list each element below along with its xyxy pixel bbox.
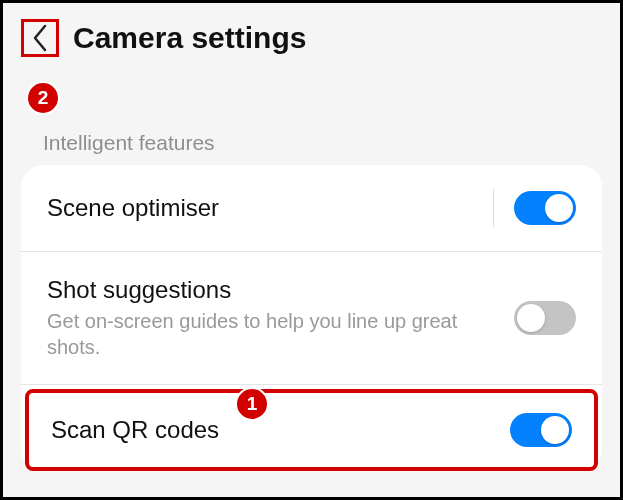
toggle-wrap (493, 189, 576, 227)
setting-title: Scan QR codes (51, 416, 490, 444)
setting-scan-qr[interactable]: Scan QR codes (25, 389, 598, 471)
section-header-label: Intelligent features (43, 131, 215, 154)
setting-text: Scene optimiser (47, 194, 493, 222)
annotation-badge-2: 2 (26, 81, 60, 115)
toggle-separator (493, 189, 494, 227)
toggle-wrap (514, 301, 576, 335)
setting-title: Scene optimiser (47, 194, 473, 222)
toggle-knob (545, 194, 573, 222)
page-title: Camera settings (73, 21, 306, 55)
toggle-knob (517, 304, 545, 332)
setting-text: Shot suggestions Get on-screen guides to… (47, 276, 514, 360)
toggle-wrap (510, 413, 572, 447)
toggle-shot-suggestions[interactable] (514, 301, 576, 335)
header: Camera settings (3, 3, 620, 73)
chevron-left-icon (32, 24, 48, 52)
toggle-scene-optimiser[interactable] (514, 191, 576, 225)
back-button[interactable] (21, 19, 59, 57)
settings-panel: Scene optimiser Shot suggestions Get on-… (21, 165, 602, 471)
setting-title: Shot suggestions (47, 276, 494, 304)
toggle-knob (541, 416, 569, 444)
section-header: Intelligent features (3, 131, 620, 155)
toggle-scan-qr[interactable] (510, 413, 572, 447)
setting-description: Get on-screen guides to help you line up… (47, 308, 494, 360)
setting-scene-optimiser[interactable]: Scene optimiser (21, 165, 602, 252)
setting-text: Scan QR codes (51, 416, 510, 444)
annotation-badge-1: 1 (235, 387, 269, 421)
setting-shot-suggestions[interactable]: Shot suggestions Get on-screen guides to… (21, 252, 602, 385)
